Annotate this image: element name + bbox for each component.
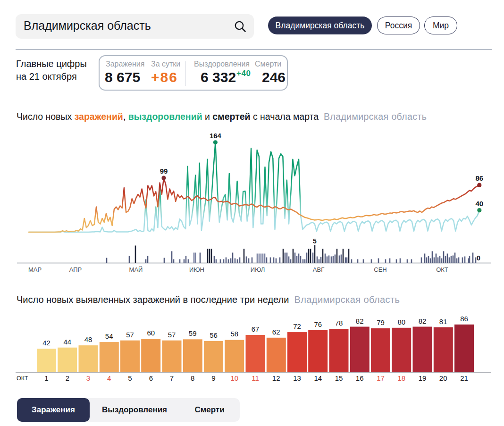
svg-text:16: 16	[356, 374, 364, 382]
svg-text:5: 5	[128, 374, 132, 382]
svg-text:48: 48	[84, 335, 92, 343]
svg-text:ОКТ: ОКТ	[17, 375, 28, 382]
svg-text:АПР: АПР	[69, 266, 82, 273]
svg-text:14: 14	[314, 374, 322, 382]
svg-text:20: 20	[439, 374, 447, 382]
svg-text:5: 5	[313, 237, 317, 245]
svg-text:86: 86	[475, 174, 483, 182]
svg-text:СЕН: СЕН	[374, 266, 386, 273]
svg-text:59: 59	[189, 329, 197, 337]
svg-text:76: 76	[314, 320, 322, 328]
svg-text:99: 99	[160, 167, 168, 175]
svg-text:56: 56	[210, 331, 218, 339]
svg-text:86: 86	[460, 315, 468, 323]
svg-text:12: 12	[272, 374, 280, 382]
svg-text:4: 4	[107, 374, 111, 382]
svg-text:78: 78	[335, 319, 343, 327]
svg-text:54: 54	[105, 332, 113, 340]
svg-text:ОКТ: ОКТ	[436, 266, 448, 273]
svg-text:2: 2	[66, 374, 69, 382]
svg-text:21: 21	[460, 374, 468, 382]
svg-text:40: 40	[475, 200, 483, 208]
svg-text:44: 44	[63, 338, 71, 346]
svg-text:67: 67	[252, 325, 260, 333]
svg-text:57: 57	[168, 331, 176, 339]
svg-text:МАЙ: МАЙ	[129, 266, 143, 273]
svg-text:79: 79	[377, 318, 385, 326]
svg-text:6: 6	[149, 374, 153, 382]
svg-text:62: 62	[272, 328, 280, 336]
svg-text:18: 18	[397, 374, 405, 382]
svg-text:10: 10	[230, 374, 238, 382]
svg-text:60: 60	[147, 329, 155, 337]
svg-text:ИЮН: ИЮН	[189, 266, 204, 273]
svg-text:19: 19	[419, 374, 427, 382]
svg-text:АВГ: АВГ	[313, 266, 324, 273]
svg-text:3: 3	[86, 374, 90, 382]
svg-text:82: 82	[419, 317, 427, 325]
svg-text:0: 0	[477, 254, 480, 262]
svg-text:9: 9	[211, 374, 215, 382]
svg-text:57: 57	[126, 331, 134, 339]
svg-text:42: 42	[42, 339, 50, 347]
svg-text:15: 15	[335, 374, 343, 382]
svg-text:8: 8	[191, 374, 194, 382]
svg-text:82: 82	[356, 317, 364, 325]
svg-text:164: 164	[210, 132, 222, 140]
svg-text:13: 13	[293, 374, 301, 382]
svg-text:81: 81	[439, 317, 447, 326]
svg-text:11: 11	[252, 374, 259, 382]
svg-text:80: 80	[397, 318, 405, 326]
svg-text:МАР: МАР	[28, 266, 42, 273]
svg-text:17: 17	[377, 374, 385, 382]
svg-text:7: 7	[170, 374, 174, 382]
svg-text:1: 1	[44, 374, 48, 382]
svg-text:58: 58	[230, 330, 238, 338]
svg-text:72: 72	[293, 322, 301, 330]
svg-text:ИЮЛ: ИЮЛ	[251, 266, 265, 273]
